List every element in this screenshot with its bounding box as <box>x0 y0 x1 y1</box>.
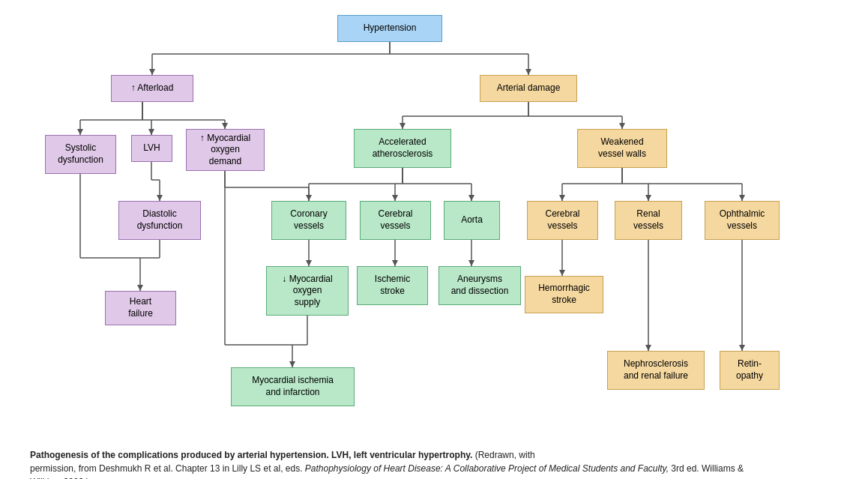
svg-marker-65 <box>392 260 398 266</box>
nephrosclerosis-node: Nephrosclerosisand renal failure <box>607 351 705 390</box>
arterial-damage-node: Arterial damage <box>480 75 577 102</box>
myocardial-ischemia-node: Myocardial ischemiaand infarction <box>231 367 355 406</box>
diagram: Hypertension ↑ Afterload Arterial damage… <box>0 0 868 442</box>
svg-marker-77 <box>645 345 651 351</box>
ophthalmic-vessels-node: Ophthalmicvessels <box>705 201 780 240</box>
svg-marker-32 <box>306 195 312 201</box>
svg-marker-14 <box>148 129 154 135</box>
aneurysms-node: Aneurysmsand dissection <box>438 266 521 305</box>
svg-marker-67 <box>468 260 474 266</box>
svg-marker-61 <box>739 195 745 201</box>
hemorrhagic-stroke-node: Hemorrhagicstroke <box>525 276 603 313</box>
diastolic-dysfunction-node: Diastolicdysfunction <box>118 201 201 240</box>
svg-marker-57 <box>645 195 651 201</box>
svg-marker-7 <box>525 69 531 75</box>
svg-marker-3 <box>149 69 155 75</box>
coronary-vessels-node: Coronaryvessels <box>271 201 346 240</box>
cerebral-vessels2-node: Cerebralvessels <box>527 201 598 240</box>
renal-vessels-node: Renalvessels <box>615 201 682 240</box>
svg-marker-73 <box>289 361 295 367</box>
svg-marker-54 <box>559 195 565 201</box>
cerebral-vessels1-node: Cerebralvessels <box>360 201 431 240</box>
ischemic-stroke-node: Ischemicstroke <box>357 266 428 305</box>
svg-marker-18 <box>222 123 228 129</box>
svg-marker-40 <box>619 123 625 129</box>
svg-marker-22 <box>157 195 163 201</box>
aorta-node: Aorta <box>444 201 500 240</box>
svg-marker-26 <box>137 285 143 291</box>
retinopathy-node: Retin-opathy <box>720 351 780 390</box>
svg-marker-36 <box>400 123 406 129</box>
accelerated-athero-node: Acceleratedatherosclerosis <box>354 129 451 168</box>
caption: Pathogenesis of the complications produc… <box>0 442 868 479</box>
myocardial-supply-node: ↓ Myocardialoxygensupply <box>266 266 349 316</box>
svg-marker-11 <box>77 129 83 135</box>
heart-failure-node: Heartfailure <box>105 291 176 325</box>
lvh-node: LVH <box>131 135 172 162</box>
systolic-dysfunction-node: Systolicdysfunction <box>45 135 116 174</box>
hypertension-node: Hypertension <box>337 15 442 42</box>
caption-text: Pathogenesis of the complications produc… <box>30 450 744 479</box>
weakened-vessels-node: Weakenedvessel walls <box>577 129 667 168</box>
svg-marker-50 <box>468 195 474 201</box>
svg-marker-79 <box>739 345 745 351</box>
svg-marker-69 <box>559 270 565 276</box>
myocardial-demand-node: ↑ Myocardialoxygendemand <box>186 129 265 171</box>
svg-marker-63 <box>306 260 312 266</box>
afterload-node: ↑ Afterload <box>111 75 193 102</box>
svg-marker-46 <box>392 195 398 201</box>
